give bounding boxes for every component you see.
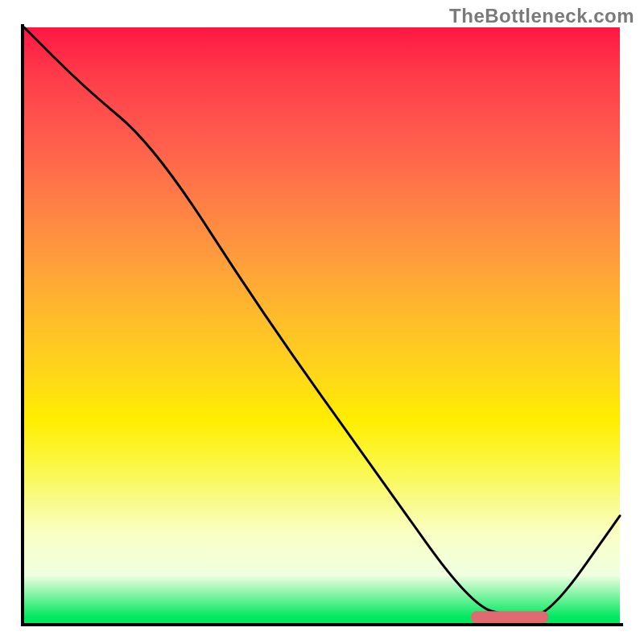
optimal-marker [471, 611, 548, 623]
bottleneck-curve [24, 27, 620, 617]
plot-area [24, 27, 620, 623]
chart-container: TheBottleneck.com [0, 0, 644, 644]
chart-overlay [24, 27, 620, 623]
watermark: TheBottleneck.com [449, 5, 634, 27]
